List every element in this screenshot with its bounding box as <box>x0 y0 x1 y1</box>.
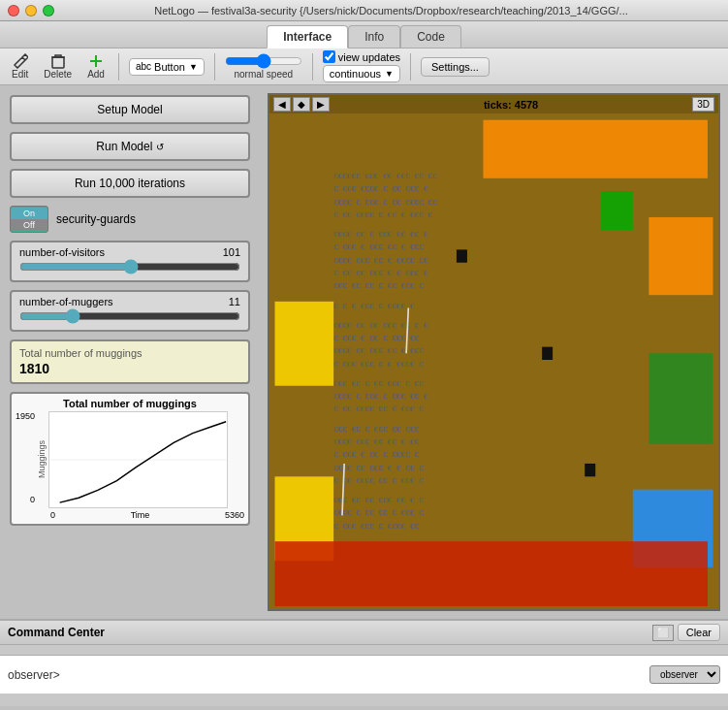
visitors-slider[interactable] <box>19 260 240 274</box>
window-title: NetLogo — festival3a-security {/Users/ni… <box>62 5 720 16</box>
svg-text:cccccc ccc cc  ccc cc  cc: cccccc ccc cc ccc cc cc <box>333 170 437 180</box>
run-model-button[interactable]: Run Model ↺ <box>10 132 250 161</box>
svg-rect-8 <box>649 217 712 295</box>
svg-text:ccc cc cc c  cc ccc c: ccc cc cc c cc ccc c <box>333 280 424 291</box>
widget-type-dropdown[interactable]: abc Button ▼ <box>129 58 205 76</box>
expand-command-button[interactable]: ⬜ <box>652 625 674 641</box>
chart-title: Total number of muggings <box>16 398 244 409</box>
speed-control: normal speed <box>225 53 302 80</box>
zoom-out-button[interactable]: ◀ <box>273 97 291 112</box>
observer-context-dropdown[interactable]: observer turtles patches <box>649 665 720 684</box>
svg-rect-12 <box>275 541 708 606</box>
svg-text:c ccc  cccc  c  cc ccc c: c ccc cccc c cc ccc c <box>333 182 427 193</box>
svg-text:ccc cc cc ccc cc c c: ccc cc cc ccc cc c c <box>333 494 424 504</box>
toolbar: Edit Delete Add abc Button ▼ normal spee… <box>0 48 728 85</box>
chevron-down-icon: ▼ <box>189 62 198 72</box>
chart-y-axis-label: Muggings <box>37 440 47 478</box>
svg-text:cccc c ccc c ccc cc c: cccc c ccc c ccc cc c <box>333 390 427 401</box>
command-center-title: Command Center <box>8 626 105 639</box>
right-panel: ◀ ◆ ▶ ticks: 4578 3D <box>260 85 728 619</box>
left-panel: Setup Model Run Model ↺ Run 10,000 itera… <box>0 85 260 619</box>
clear-button[interactable]: Clear <box>678 624 720 641</box>
muggers-slider[interactable] <box>19 309 240 323</box>
chart-x-min: 0 <box>50 510 55 520</box>
run-iterations-button[interactable]: Run 10,000 iterations <box>10 169 250 198</box>
ticks-display: ticks: 4578 <box>484 99 538 111</box>
observer-input-area: observer> observer turtles patches <box>0 655 728 694</box>
chart-x-label: Time <box>131 510 150 520</box>
tab-bar: Interface Info Code <box>0 21 728 48</box>
muggings-chart: Total number of muggings 1950 0 Muggings <box>10 392 250 526</box>
chart-svg <box>48 411 228 508</box>
security-guards-toggle-row: On Off security-guards <box>10 206 250 233</box>
simulation-container: ◀ ◆ ▶ ticks: 4578 3D <box>268 93 720 611</box>
observer-label: observer> <box>8 668 60 682</box>
reset-view-button[interactable]: ◆ <box>293 97 310 112</box>
svg-text:c ccc c cc c cccc c: c ccc c cc c cccc c <box>333 449 419 460</box>
svg-text:c cc cc ccc c c ccc c: c cc cc ccc c c ccc c <box>333 267 427 277</box>
separator-4 <box>410 53 411 81</box>
update-mode-dropdown[interactable]: continuous ▼ <box>323 65 400 82</box>
chevron-down-icon-2: ▼ <box>385 69 394 79</box>
view-updates-checkbox[interactable] <box>323 50 335 63</box>
tab-info[interactable]: Info <box>348 25 400 48</box>
svg-rect-11 <box>601 191 633 230</box>
sim-toolbar: ◀ ◆ ▶ ticks: 4578 3D <box>269 95 718 113</box>
run-icon: ↺ <box>156 142 164 152</box>
svg-text:c ccc ccc c cccc cc: c ccc ccc c cccc cc <box>333 520 419 531</box>
close-button[interactable] <box>8 5 19 16</box>
svg-text:c ccc ccc c c cccc c: c ccc ccc c c cccc c <box>333 358 424 369</box>
zoom-in-button[interactable]: ▶ <box>312 97 330 112</box>
muggings-monitor-label: Total number of muggings <box>19 347 240 359</box>
svg-rect-0 <box>52 57 64 68</box>
simulation-canvas: cccccc ccc cc ccc cc cc c ccc cccc c cc … <box>269 113 718 606</box>
svg-text:cccc c ccc c cc cccc cc: cccc c ccc c cc cccc cc <box>333 196 437 207</box>
3d-button[interactable]: 3D <box>692 97 714 112</box>
svg-text:cccc cc cc ccc cc c c: cccc cc cc ccc cc c c <box>333 319 427 330</box>
svg-rect-13 <box>457 249 467 262</box>
maximize-button[interactable] <box>43 5 54 16</box>
delete-button[interactable]: Delete <box>40 51 76 81</box>
edit-button[interactable]: Edit <box>8 51 32 81</box>
separator-1 <box>118 53 119 81</box>
svg-rect-15 <box>585 464 595 476</box>
speed-slider[interactable] <box>225 53 302 69</box>
window-buttons <box>8 5 54 16</box>
toggle-off-label: Off <box>11 219 47 231</box>
add-button[interactable]: Add <box>83 51 109 81</box>
svg-text:c ccc  c ccc cc  c ccc: c ccc c ccc cc c ccc <box>333 242 424 252</box>
view-updates-checkbox-label[interactable]: view updates <box>323 50 400 63</box>
command-output-area <box>0 645 728 655</box>
simulation-svg: cccccc ccc cc ccc cc cc c ccc cccc c cc … <box>269 113 718 606</box>
separator-2 <box>214 53 215 81</box>
svg-rect-6 <box>275 302 334 386</box>
toggle-on-label: On <box>11 208 47 219</box>
tab-interface[interactable]: Interface <box>267 25 348 48</box>
svg-text:cccc c cc cc c ccc c: cccc c cc cc c ccc c <box>333 507 424 518</box>
muggings-monitor-value: 1810 <box>19 361 240 376</box>
setup-model-button[interactable]: Setup Model <box>10 95 250 124</box>
minimize-button[interactable] <box>25 5 37 16</box>
command-center-header: Command Center ⬜ Clear <box>0 621 728 645</box>
settings-button[interactable]: Settings... <box>421 57 490 77</box>
svg-text:ccc cc c  ccc cc ccc: ccc cc c ccc cc ccc <box>333 423 419 434</box>
muggings-monitor: Total number of muggings 1810 <box>10 339 250 384</box>
svg-text:c cc cccc cc c ccc c: c cc cccc cc c ccc c <box>333 403 424 414</box>
observer-input[interactable] <box>64 668 649 682</box>
muggers-slider-widget: number-of-muggers 11 <box>10 290 250 332</box>
command-center-buttons: ⬜ Clear <box>652 624 720 641</box>
svg-text:c c c  ccc  c  cccc c: c c c ccc c cccc c <box>333 300 414 310</box>
main-content: Setup Model Run Model ↺ Run 10,000 itera… <box>0 85 728 619</box>
svg-text:c cc cccc c cc c ccc c: c cc cccc c cc c ccc c <box>333 209 432 219</box>
visitors-slider-widget: number-of-visitors 101 <box>10 241 250 282</box>
visitors-slider-label: number-of-visitors <box>19 246 105 258</box>
svg-rect-5 <box>483 120 708 178</box>
svg-rect-14 <box>542 347 553 360</box>
security-guards-toggle[interactable]: On Off <box>10 206 48 233</box>
tab-code[interactable]: Code <box>400 25 461 48</box>
svg-text:cccc cc ccc cc c ccc: cccc cc ccc cc c ccc <box>333 345 424 356</box>
svg-text:ccc cc c cc ccc c cc: ccc cc c cc ccc c cc <box>333 377 424 388</box>
muggers-slider-value: 11 <box>229 296 240 307</box>
svg-rect-9 <box>649 353 712 444</box>
title-bar: NetLogo — festival3a-security {/Users/ni… <box>0 0 728 21</box>
